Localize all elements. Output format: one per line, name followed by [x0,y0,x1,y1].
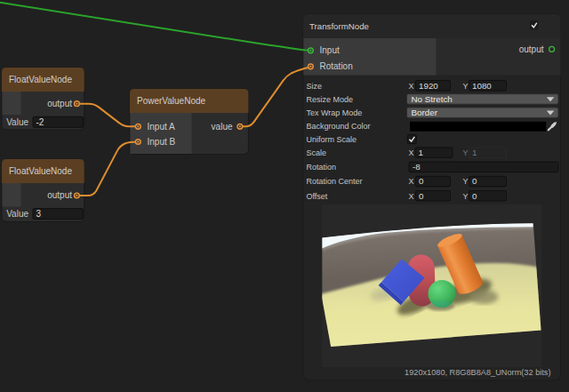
svg-text:Resize Mode: Resize Mode [307,95,354,104]
svg-text:1: 1 [472,148,477,157]
svg-text:X: X [409,148,414,157]
svg-text:No Stretch: No Stretch [412,94,453,104]
svg-text:output: output [47,99,72,108]
svg-text:Rotation Center: Rotation Center [307,177,363,186]
svg-text:Rotation: Rotation [307,163,337,172]
svg-text:-2: -2 [36,117,44,127]
svg-text:output: output [519,44,544,54]
svg-text:3: 3 [36,209,42,219]
svg-text:X: X [409,82,414,91]
svg-text:Y: Y [463,148,469,157]
svg-text:FloatValueNode: FloatValueNode [9,75,72,84]
svg-text:output: output [47,190,72,200]
svg-text:0: 0 [472,191,477,201]
svg-text:X: X [409,177,414,186]
svg-text:TransformNode: TransformNode [309,21,369,31]
svg-text:Border: Border [412,108,438,117]
svg-text:PowerValueNode: PowerValueNode [137,96,206,106]
svg-text:Y: Y [463,192,469,201]
svg-text:1920: 1920 [419,81,438,91]
svg-text:Scale: Scale [307,148,327,157]
svg-text:Y: Y [463,82,469,91]
svg-text:0: 0 [419,191,424,201]
svg-text:value: value [212,122,233,132]
svg-text:Offset: Offset [307,192,328,201]
svg-text:Rotation: Rotation [320,61,353,71]
svg-text:X: X [409,192,414,201]
svg-text:Value: Value [6,209,28,219]
svg-text:Input A: Input A [148,122,175,132]
svg-text:1080: 1080 [472,81,492,91]
svg-text:Value: Value [6,117,28,127]
svg-text:1: 1 [419,148,423,157]
svg-text:1920x1080, R8G8B8A8_UNorm(32 b: 1920x1080, R8G8B8A8_UNorm(32 bits) [405,368,550,377]
svg-text:-8: -8 [413,162,421,172]
svg-text:Size: Size [307,82,323,91]
svg-text:0: 0 [472,176,477,186]
svg-text:Input B: Input B [148,137,176,147]
svg-text:Uniform Scale: Uniform Scale [307,135,357,144]
svg-text:0: 0 [419,176,424,186]
svg-text:Tex Wrap Mode: Tex Wrap Mode [307,108,363,117]
svg-text:Background Color: Background Color [307,122,371,131]
svg-text:FloatValueNode: FloatValueNode [9,166,72,176]
svg-text:Y: Y [463,177,469,186]
svg-text:Input: Input [320,45,340,55]
